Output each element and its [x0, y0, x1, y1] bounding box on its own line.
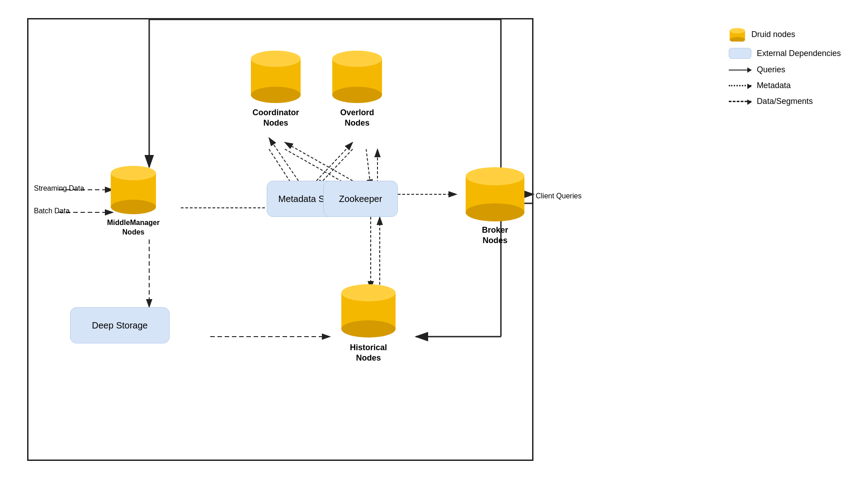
- coordinator-node: Coordinator Nodes: [244, 45, 307, 129]
- legend-queries: Queries: [729, 65, 841, 75]
- svg-point-30: [255, 53, 296, 65]
- diagram-container: Streaming Data Batch Data Client Queries…: [0, 0, 868, 488]
- overlord-node: Overlord Nodes: [326, 45, 389, 129]
- svg-line-13: [285, 142, 353, 181]
- legend-data-segments-label: Data/Segments: [757, 97, 813, 106]
- middle-manager-cylinder: [106, 160, 160, 215]
- deep-storage-box: Deep Storage: [70, 307, 170, 343]
- svg-line-11: [269, 138, 298, 181]
- zookeeper-label: Zookeeper: [339, 194, 382, 204]
- svg-point-36: [111, 200, 156, 214]
- legend-data-segments-arrow: [729, 101, 751, 102]
- legend-metadata-arrow: [729, 85, 751, 86]
- svg-point-42: [472, 170, 519, 183]
- deep-storage-label: Deep Storage: [92, 320, 147, 331]
- legend-druid-label: Druid nodes: [751, 30, 795, 39]
- historical-cylinder: [337, 280, 400, 339]
- svg-line-15: [316, 142, 353, 181]
- overlord-label: Overlord Nodes: [340, 108, 374, 129]
- svg-point-46: [347, 287, 390, 299]
- svg-point-40: [466, 203, 524, 221]
- svg-point-38: [115, 168, 151, 178]
- broker-cylinder: [461, 163, 529, 221]
- svg-point-32: [332, 87, 382, 103]
- middle-manager-node: MiddleManager Nodes: [104, 160, 163, 237]
- historical-label: Historical Nodes: [350, 343, 387, 364]
- legend-queries-label: Queries: [757, 65, 785, 75]
- client-queries-label: Client Queries: [536, 192, 581, 200]
- svg-point-49: [730, 28, 745, 33]
- zookeeper-box: Zookeeper: [323, 181, 398, 217]
- overlord-cylinder: [328, 45, 387, 104]
- legend-druid: Druid nodes: [729, 27, 841, 42]
- legend-ext-box: [729, 48, 751, 59]
- legend-metadata-label: Metadata: [757, 81, 791, 90]
- svg-point-44: [341, 320, 396, 338]
- coordinator-cylinder: [246, 45, 305, 104]
- streaming-data-label: Streaming Data: [34, 184, 84, 192]
- svg-point-28: [251, 87, 301, 103]
- legend-druid-icon: [729, 27, 746, 42]
- middle-manager-label: MiddleManager Nodes: [107, 218, 160, 237]
- broker-label: Broker Nodes: [482, 225, 508, 246]
- svg-point-34: [337, 53, 377, 65]
- legend-queries-arrow: [729, 70, 751, 70]
- legend-metadata: Metadata: [729, 81, 841, 90]
- broker-node: Broker Nodes: [461, 163, 529, 246]
- legend-ext: External Dependencies: [729, 48, 841, 59]
- historical-node: Historical Nodes: [335, 280, 402, 364]
- legend-data-segments: Data/Segments: [729, 97, 841, 106]
- legend-ext-label: External Dependencies: [757, 49, 841, 58]
- coordinator-label: Coordinator Nodes: [253, 108, 299, 129]
- batch-data-label: Batch Data: [34, 207, 70, 215]
- legend: Druid nodes External Dependencies Querie…: [729, 27, 841, 106]
